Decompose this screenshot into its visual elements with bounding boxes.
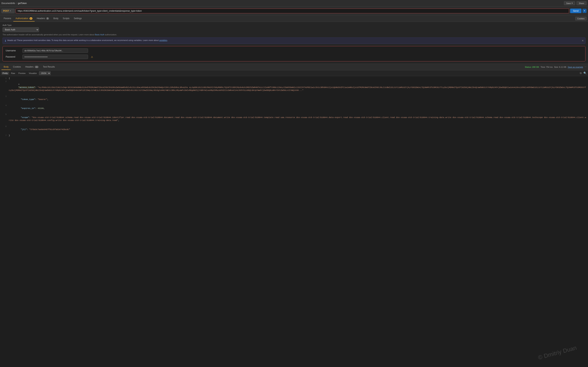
json-line-2: 2 ▼ "access_token": "eyJhbGciOiJSUzI1NiI…	[0, 80, 588, 95]
username-row: Username	[6, 49, 582, 53]
tab-settings[interactable]: Settings	[72, 16, 84, 22]
url-input[interactable]	[16, 8, 569, 13]
format-visualize-button[interactable]: Visualize	[28, 72, 38, 75]
method-value: POST	[3, 10, 9, 12]
rtab-body[interactable]: Body	[1, 64, 11, 70]
rtab-cookies[interactable]: Cookies	[11, 64, 23, 70]
app-name: DocumentInfo	[1, 2, 15, 5]
json-line-7: 7 }	[0, 134, 588, 137]
auth-desc-link[interactable]: Basic Auth	[95, 33, 104, 36]
top-bar: DocumentInfo / getToken Save ▾ Share	[0, 0, 588, 7]
response-time: Time: 754 ms	[541, 66, 553, 68]
json-line-1: 1 {	[0, 77, 588, 80]
tab-authorization[interactable]: Authorization ●	[13, 16, 34, 22]
auth-type-select[interactable]: Basic Auth Bearer Token API Key No Auth	[3, 27, 39, 32]
response-size: Size: 6.11 KB	[554, 66, 566, 68]
cookies-button[interactable]: Cookies	[575, 17, 587, 20]
url-bar: POST ▾ Send ▾	[0, 7, 588, 15]
tab-scripts[interactable]: Scripts	[60, 16, 72, 22]
method-selector[interactable]: POST ▾	[1, 9, 15, 13]
info-link[interactable]: variables	[159, 39, 167, 41]
send-dropdown-button[interactable]: ▾	[582, 9, 587, 13]
top-bar-actions: Save ▾ Share	[564, 1, 587, 5]
info-banner-text: Heads up! These parameters hold sensitiv…	[7, 39, 168, 41]
tab-name: getToken	[18, 2, 27, 5]
json-line-3: 3 "token_type": "bearer",	[0, 95, 588, 104]
password-label: Password	[6, 56, 20, 58]
more-options-icon[interactable]: ⋯	[585, 66, 587, 68]
auth-desc-suffix: authorization.	[105, 33, 117, 36]
format-pretty-button[interactable]: Pretty	[1, 72, 9, 75]
save-dropdown-icon[interactable]: ▾	[571, 2, 573, 4]
json-line-6: 6 "jti": "37da3c7ae6e6487f91cbfab2e742bc…	[0, 125, 588, 134]
auth-type-label: Auth Type	[3, 24, 585, 26]
bottom-area: Body Cookies Headers 11 Test Results Sta…	[0, 64, 588, 367]
request-tab-row: Params Authorization ● Headers 9 Body Sc…	[0, 15, 588, 22]
search-response-icon[interactable]: 🔍	[583, 72, 587, 75]
tab-headers[interactable]: Headers 9	[35, 16, 51, 22]
save-button[interactable]: Save ▾	[564, 1, 575, 5]
format-row: Pretty Raw Preview Visualize JSON Text H…	[0, 70, 588, 76]
method-dropdown-icon: ▾	[10, 10, 11, 12]
username-input[interactable]	[22, 49, 88, 53]
tab-params[interactable]: Params	[1, 16, 13, 22]
format-preview-button[interactable]: Preview	[17, 72, 27, 75]
expand-icon[interactable]: ▼	[18, 83, 19, 85]
password-input[interactable]	[22, 55, 88, 59]
share-label: Share	[579, 2, 584, 4]
response-meta: Status: 200 OK Time: 754 ms Size: 6.11 K…	[525, 66, 587, 68]
access-token-key: "access_token"	[18, 86, 35, 89]
breadcrumb-separator: /	[16, 2, 17, 5]
breadcrumb: DocumentInfo / getToken	[1, 2, 27, 5]
share-button[interactable]: Share	[577, 1, 587, 5]
format-raw-button[interactable]: Raw	[10, 72, 16, 75]
format-type-select[interactable]: JSON Text HTML	[39, 71, 51, 75]
response-tab-row: Body Cookies Headers 11 Test Results Sta…	[0, 64, 588, 70]
password-row: Password ⚠	[6, 55, 582, 59]
save-label: Save	[566, 2, 571, 4]
username-label: Username	[6, 49, 20, 52]
tab-body[interactable]: Body	[51, 16, 60, 22]
auth-desc-text: The authorization header will be automat…	[3, 33, 94, 36]
json-line-5: 5 "scope": "dox-xsuaa-std-trial!b10844.s…	[0, 113, 588, 125]
send-button[interactable]: Send	[570, 8, 581, 13]
info-icon: ℹ	[5, 39, 6, 42]
json-response-body: 1 { 2 ▼ "access_token": "eyJhbGciOiJSUzI…	[0, 76, 588, 367]
info-banner: ℹ Heads up! These parameters hold sensit…	[3, 38, 585, 44]
auth-panel: Auth Type Basic Auth Bearer Token API Ke…	[0, 22, 588, 64]
rtab-headers[interactable]: Headers 11	[23, 64, 41, 70]
rtab-test-results[interactable]: Test Results	[41, 64, 57, 70]
save-example-button[interactable]: Save as example	[568, 66, 583, 68]
response-status: Status: 200 OK	[525, 66, 539, 68]
copy-icon[interactable]: ⧉	[580, 72, 582, 75]
password-warning-icon: ⚠	[91, 56, 93, 58]
send-label: Send	[573, 9, 579, 12]
auth-description: The authorization header will be automat…	[3, 33, 585, 36]
info-close-button[interactable]: ✕	[582, 39, 584, 42]
json-line-4: 4 "expires_in": 43199,	[0, 104, 588, 113]
credentials-box: Username Password ⚠	[3, 46, 585, 61]
